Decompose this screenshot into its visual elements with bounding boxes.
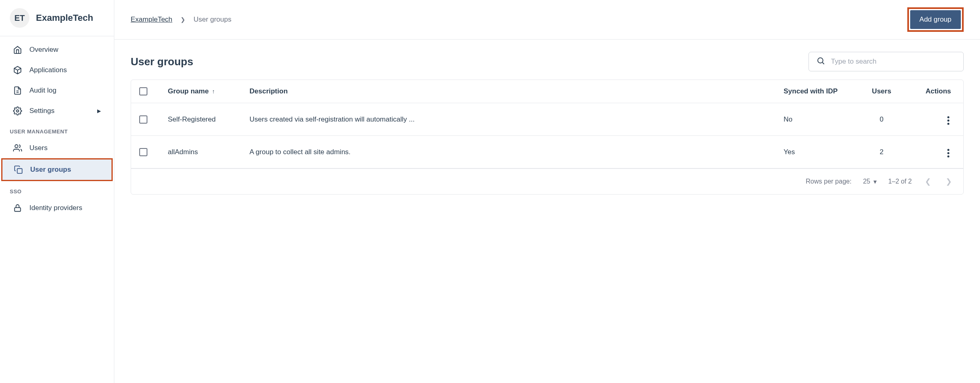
row-checkbox[interactable] [139, 148, 147, 156]
cell-group-name[interactable]: allAdmins [168, 148, 249, 156]
sidebar-item-users[interactable]: Users [0, 138, 114, 158]
page-header: User groups [131, 52, 964, 71]
cell-users: 2 [857, 148, 906, 156]
chevron-right-icon: ▶ [97, 108, 101, 114]
nav-label: Users [29, 144, 47, 152]
row-actions-menu[interactable] [946, 115, 951, 126]
sidebar-item-audit-log[interactable]: Audit log [0, 80, 114, 101]
nav-label: Applications [29, 66, 67, 74]
users-icon [13, 144, 22, 153]
nav-label: Overview [29, 46, 58, 54]
col-description[interactable]: Description [249, 87, 784, 95]
table-row: Self-Registered Users created via self-r… [131, 103, 963, 136]
sidebar-item-user-groups[interactable]: User groups [1, 158, 113, 181]
cell-description: Users created via self-registration will… [249, 115, 784, 124]
nav-section-user-management: USER MANAGEMENT [0, 121, 114, 138]
breadcrumb: ExampleTech ❯ User groups [131, 15, 232, 24]
org-name: ExampleTech [36, 13, 93, 23]
rows-per-page-select[interactable]: 25 ▾ [863, 178, 877, 186]
rows-per-page-value: 25 [863, 178, 870, 185]
row-actions-menu[interactable] [946, 147, 951, 159]
rows-per-page-label: Rows per page: [806, 178, 851, 185]
main: ExampleTech ❯ User groups Add group User… [114, 0, 980, 383]
sidebar-item-settings[interactable]: Settings ▶ [0, 101, 114, 121]
sidebar-item-overview[interactable]: Overview [0, 40, 114, 60]
svg-rect-2 [17, 168, 22, 173]
org-avatar: ET [10, 8, 29, 28]
file-icon [13, 86, 22, 95]
cell-users: 0 [857, 115, 906, 124]
arrow-up-icon: ↑ [212, 88, 215, 95]
col-users[interactable]: Users [857, 87, 906, 95]
nav-section-sso: SSO [0, 181, 114, 198]
search-icon [816, 56, 825, 67]
box-icon [13, 66, 22, 75]
chevron-right-icon: ❯ [180, 16, 185, 23]
add-group-highlight: Add group [907, 7, 964, 32]
nav: Overview Applications Audit log Settings… [0, 36, 114, 218]
topbar: ExampleTech ❯ User groups Add group [114, 0, 980, 40]
row-checkbox[interactable] [139, 115, 147, 124]
lock-icon [13, 204, 22, 213]
table-row: allAdmins A group to collect all site ad… [131, 136, 963, 168]
sidebar-item-identity-providers[interactable]: Identity providers [0, 198, 114, 218]
nav-label: User groups [30, 166, 71, 174]
search-input[interactable] [831, 58, 956, 66]
col-actions: Actions [906, 87, 955, 95]
col-synced-idp[interactable]: Synced with IDP [784, 87, 857, 95]
gear-icon [13, 106, 22, 115]
pagination-prev[interactable]: ❮ [923, 177, 933, 186]
col-group-name[interactable]: Group name↑ [168, 87, 249, 95]
chevron-down-icon: ▾ [873, 178, 877, 186]
svg-point-4 [818, 58, 823, 63]
home-icon [13, 45, 22, 54]
svg-point-1 [15, 145, 18, 148]
nav-label: Settings [29, 107, 54, 115]
cell-synced-idp: No [784, 115, 857, 124]
pagination-next[interactable]: ❯ [944, 177, 953, 186]
sidebar-item-applications[interactable]: Applications [0, 60, 114, 80]
copy-icon [14, 165, 23, 174]
table-header: Group name↑ Description Synced with IDP … [131, 80, 963, 103]
groups-table: Group name↑ Description Synced with IDP … [131, 80, 964, 195]
cell-description: A group to collect all site admins. [249, 148, 784, 156]
sidebar: ET ExampleTech Overview Applications Aud… [0, 0, 114, 383]
pagination: Rows per page: 25 ▾ 1–2 of 2 ❮ ❯ [131, 168, 963, 194]
select-all-checkbox[interactable] [139, 87, 147, 95]
add-group-button[interactable]: Add group [910, 10, 961, 29]
cell-synced-idp: Yes [784, 148, 857, 156]
cell-group-name[interactable]: Self-Registered [168, 115, 249, 124]
pagination-range: 1–2 of 2 [888, 178, 912, 185]
content: User groups Group name↑ Description Sync… [114, 40, 980, 207]
nav-label: Identity providers [29, 204, 82, 212]
svg-rect-3 [15, 208, 21, 211]
breadcrumb-current: User groups [194, 15, 232, 24]
page-title: User groups [131, 55, 193, 68]
search-box[interactable] [808, 52, 964, 71]
nav-label: Audit log [29, 86, 56, 95]
org-header[interactable]: ET ExampleTech [0, 0, 114, 36]
breadcrumb-root[interactable]: ExampleTech [131, 15, 172, 24]
svg-point-0 [16, 110, 19, 112]
